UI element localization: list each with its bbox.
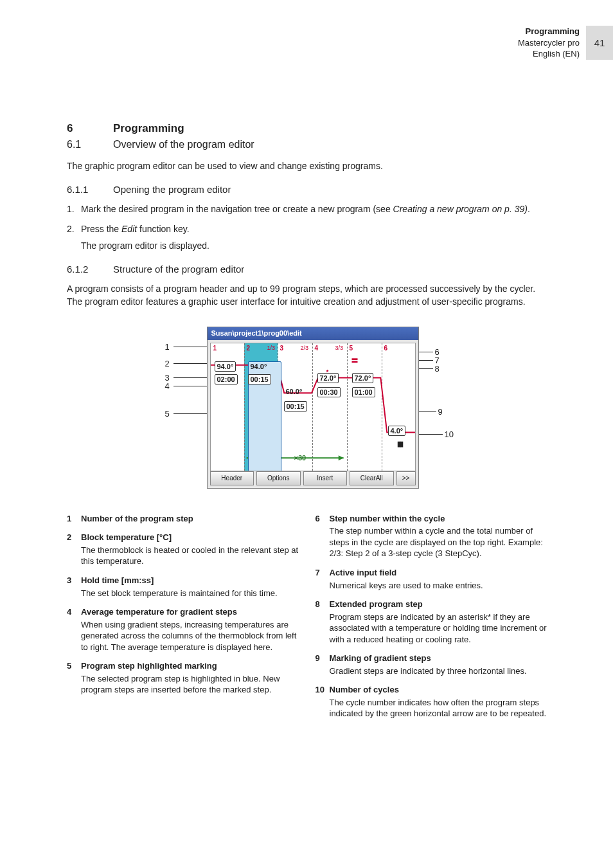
legend-item: 4Average temperature for gradient stepsW… bbox=[67, 606, 304, 653]
legend-item: 2Block temperature [°C]The thermoblock i… bbox=[67, 532, 304, 567]
callout-label: 10 bbox=[445, 429, 454, 439]
subsubsection-heading: 6.1.2Structure of the program editor bbox=[67, 264, 552, 275]
insert-button[interactable]: Insert bbox=[303, 471, 348, 485]
hold-value: 00:15 bbox=[248, 374, 271, 384]
callout-label: 8 bbox=[435, 364, 440, 374]
legend-desc: Program steps are indicated by an asteri… bbox=[330, 611, 553, 646]
legend-item: 1Number of the program step bbox=[67, 513, 304, 525]
temp-value: 4.0° bbox=[388, 426, 406, 436]
temp-value: 94.0° bbox=[215, 361, 236, 372]
legend-number: 7 bbox=[315, 567, 330, 591]
callout-label: 5 bbox=[165, 409, 170, 419]
callout-label: 1 bbox=[165, 342, 170, 352]
legend-title: Extended program step bbox=[330, 599, 553, 610]
legend-item: 5Program step highlighted markingThe sel… bbox=[67, 660, 304, 696]
legend-item: 9Marking of gradient stepsGradient steps… bbox=[315, 653, 553, 676]
svg-marker-1 bbox=[338, 455, 343, 460]
temp-value: 72.0° bbox=[317, 373, 339, 383]
legend-number: 5 bbox=[67, 660, 81, 696]
legend-number: 2 bbox=[67, 532, 81, 567]
editor-plot: 1 2 1/3 3 2/3 4 3/3 5 6 bbox=[210, 343, 416, 471]
legend-number: 1 bbox=[67, 513, 81, 525]
profile-line bbox=[211, 343, 415, 471]
legend-number: 3 bbox=[67, 575, 81, 599]
legend-title: Step number within the cycle bbox=[330, 513, 553, 525]
paragraph: A program consists of a program header a… bbox=[67, 282, 552, 309]
callout-label: 4 bbox=[165, 381, 170, 391]
legend-title: Program step highlighted marking bbox=[81, 660, 304, 672]
section-heading: 6Programming bbox=[67, 122, 552, 135]
step-item: 2. Press the Edit function key. The prog… bbox=[67, 222, 552, 253]
header-button[interactable]: Header bbox=[210, 471, 254, 485]
legend-title: Number of cycles bbox=[330, 684, 553, 696]
page-number: 41 bbox=[586, 26, 613, 60]
step-item: 1. Mark the desired program in the navig… bbox=[67, 203, 552, 215]
legend-desc: The cycle number indicates how often the… bbox=[330, 697, 553, 719]
program-editor-figure: 1 2 3 4 5 6 7 8 9 10 bbox=[130, 327, 490, 494]
legend-item: 8Extended program stepProgram steps are … bbox=[315, 599, 553, 645]
legend-title: Marking of gradient steps bbox=[330, 653, 527, 664]
legend-title: Average temperature for gradient steps bbox=[81, 606, 304, 618]
xref-link[interactable]: Creating a new program on p. 39) bbox=[393, 204, 528, 214]
temp-value: 72.0° bbox=[352, 373, 374, 383]
header-lang: English (EN) bbox=[518, 48, 580, 60]
temp-value: 60.0° bbox=[284, 387, 305, 396]
editor-window: Susan\project1\prog00\edit 1 2 1/3 bbox=[207, 327, 419, 489]
legend-title: Number of the program step bbox=[81, 513, 193, 525]
legend-item: 3Hold time [mm:ss]The set block temperat… bbox=[67, 575, 304, 599]
legend-desc: Numerical keys are used to make entries. bbox=[330, 580, 483, 592]
legend-title: Block temperature [°C] bbox=[81, 532, 304, 543]
header-product: Mastercycler pro bbox=[518, 37, 580, 49]
legend-item: 10Number of cyclesThe cycle number indic… bbox=[315, 684, 553, 719]
legend-number: 6 bbox=[315, 513, 330, 559]
legend-desc: The selected program step is highlighted… bbox=[81, 673, 304, 696]
legend-title: Active input field bbox=[330, 567, 483, 579]
callout-label: 9 bbox=[438, 407, 443, 417]
options-button[interactable]: Options bbox=[256, 471, 301, 485]
subsection-heading: 6.1Overview of the program editor bbox=[67, 139, 552, 150]
legend-desc: When using gradient steps, increasing te… bbox=[81, 619, 304, 653]
editor-titlebar: Susan\project1\prog00\edit bbox=[208, 327, 418, 340]
legend-number: 4 bbox=[67, 606, 81, 653]
legend-number: 8 bbox=[315, 599, 330, 645]
page-header: Programming Mastercycler pro English (EN… bbox=[518, 26, 613, 60]
hold-value: 00:30 bbox=[317, 387, 341, 397]
legend-number: 10 bbox=[315, 684, 330, 719]
intro-paragraph: The graphic program editor can be used t… bbox=[67, 159, 552, 172]
legend-item: 6Step number within the cycleThe step nu… bbox=[315, 513, 553, 559]
hold-value: 02:00 bbox=[215, 374, 238, 384]
legend-desc: The thermoblock is heated or cooled in t… bbox=[81, 545, 304, 567]
next-button[interactable]: >> bbox=[396, 471, 416, 485]
legend-number: 9 bbox=[315, 653, 330, 676]
hold-value: 01:00 bbox=[352, 387, 375, 397]
hold-value: 00:15 bbox=[284, 401, 307, 411]
subsubsection-heading: 6.1.1Opening the program editor bbox=[67, 184, 552, 195]
hold-icon: ▮▮ bbox=[397, 440, 402, 448]
figure-legend: 1Number of the program step2Block temper… bbox=[67, 513, 552, 727]
clearall-button[interactable]: ClearAll bbox=[350, 471, 394, 485]
legend-desc: Gradient steps are indicated by three ho… bbox=[330, 665, 527, 677]
legend-desc: The set block temperature is maintained … bbox=[81, 588, 278, 599]
cycles-label: ×30 bbox=[294, 454, 306, 462]
legend-item: 7Active input fieldNumerical keys are us… bbox=[315, 567, 553, 591]
legend-desc: The step number within a cycle and the t… bbox=[330, 525, 553, 559]
callout-label: 2 bbox=[165, 359, 170, 368]
legend-title: Hold time [mm:ss] bbox=[81, 575, 278, 586]
header-section: Programming bbox=[518, 26, 580, 37]
